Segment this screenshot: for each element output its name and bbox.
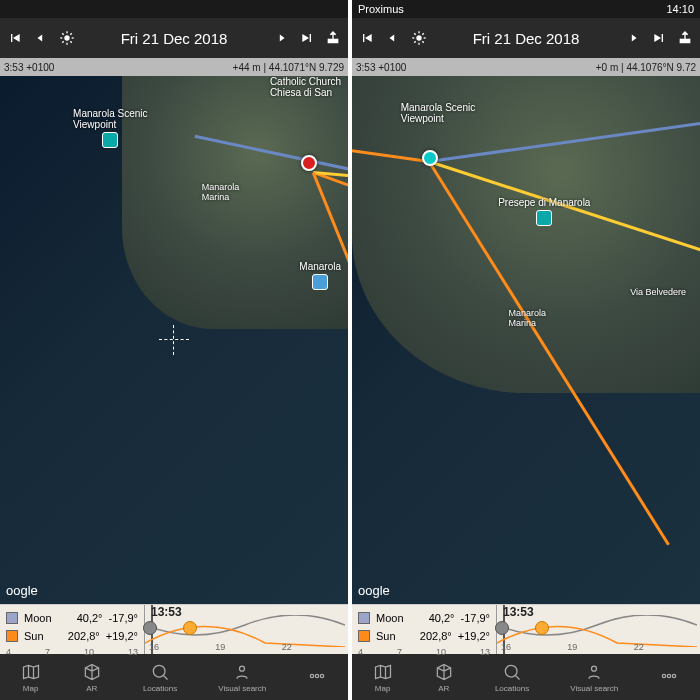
legend: Moon 40,2° -17,9° Sun 202,8° +19,2° 4710… <box>352 605 497 654</box>
svg-line-25 <box>515 675 519 679</box>
timeline[interactable]: 13:53 161922 <box>145 605 348 654</box>
map-pin-red[interactable] <box>301 155 317 171</box>
svg-point-13 <box>316 674 319 677</box>
time-tz: 3:53 +0100 <box>356 62 406 73</box>
carrier-label: Proximus <box>358 3 404 15</box>
map-view[interactable]: Manarola Scenic Viewpoint Presepe di Man… <box>352 76 700 604</box>
poi-church[interactable]: Catholic Church Chiesa di San <box>270 76 341 98</box>
bottom-nav: Map AR Locations Visual search <box>352 654 700 700</box>
poi-marina[interactable]: Manarola Marina <box>202 182 240 202</box>
time-tz: 3:53 +0100 <box>4 62 54 73</box>
sun-icon <box>410 29 428 47</box>
ephemeris-panel: Moon 40,2° -17,9° Sun 202,8° +19,2° 4710… <box>0 604 348 654</box>
svg-line-6 <box>70 41 71 42</box>
nav-map[interactable]: Map <box>373 662 393 693</box>
svg-line-21 <box>422 41 423 42</box>
nav-more[interactable] <box>659 666 679 688</box>
svg-point-24 <box>505 665 517 677</box>
nav-ar[interactable]: AR <box>82 662 102 693</box>
legend-moon: Moon 40,2° -17,9° <box>6 609 138 627</box>
svg-line-7 <box>62 41 63 42</box>
svg-point-0 <box>64 35 69 40</box>
skip-next-button[interactable] <box>298 29 316 47</box>
sun-dot-icon <box>535 621 549 635</box>
svg-line-20 <box>414 33 415 34</box>
google-logo: oogle <box>358 583 390 598</box>
svg-point-12 <box>311 674 314 677</box>
svg-line-22 <box>414 41 415 42</box>
status-bar: Proximus 14:10 <box>352 0 700 18</box>
poi-presepe[interactable]: Presepe di Manarola <box>498 197 590 226</box>
legend-moon: Moon 40,2° -17,9° <box>358 609 490 627</box>
prev-button[interactable] <box>32 29 50 47</box>
legend-sun: Sun 202,8° +19,2° <box>358 627 490 645</box>
sun-dot-icon <box>183 621 197 635</box>
svg-line-5 <box>62 33 63 34</box>
nav-map[interactable]: Map <box>21 662 41 693</box>
moon-dot-icon <box>495 621 509 635</box>
skip-next-button[interactable] <box>650 29 668 47</box>
nav-locations[interactable]: Locations <box>495 662 529 693</box>
timeline[interactable]: 13:53 161922 <box>497 605 700 654</box>
svg-line-10 <box>163 675 167 679</box>
poi-viewpoint[interactable]: Manarola Scenic Viewpoint <box>401 102 475 124</box>
timeline-axis: 161922 <box>497 642 700 652</box>
share-icon[interactable] <box>676 29 694 47</box>
next-button[interactable] <box>624 29 642 47</box>
svg-point-14 <box>321 674 324 677</box>
skip-prev-button[interactable] <box>6 29 24 47</box>
date-label[interactable]: Fri 21 Dec 2018 <box>436 30 616 47</box>
nav-visual-search[interactable]: Visual search <box>570 662 618 693</box>
svg-point-27 <box>663 674 666 677</box>
poi-marina[interactable]: Manarola Marina <box>509 308 547 328</box>
status-bar <box>0 0 348 18</box>
map-view[interactable]: Manarola Scenic Viewpoint Catholic Churc… <box>0 76 348 604</box>
right-screenshot: Proximus 14:10 Fri 21 Dec 2018 3:53 +010… <box>352 0 700 700</box>
coord-bar: 3:53 +0100 +44 m | 44.1071°N 9.729 <box>0 58 348 76</box>
left-screenshot: Fri 21 Dec 2018 3:53 +0100 +44 m | 44.10… <box>0 0 348 700</box>
poi-viewpoint[interactable]: Manarola Scenic Viewpoint <box>73 108 147 148</box>
svg-line-8 <box>70 33 71 34</box>
coord-bar: 3:53 +0100 +0 m | 44.1076°N 9.72 <box>352 58 700 76</box>
bottom-nav: Map AR Locations Visual search <box>0 654 348 700</box>
clock-label: 14:10 <box>666 3 694 15</box>
svg-point-28 <box>668 674 671 677</box>
coords: +0 m | 44.1076°N 9.72 <box>596 62 696 73</box>
timeline-axis: 161922 <box>145 642 348 652</box>
nav-ar[interactable]: AR <box>434 662 454 693</box>
svg-line-23 <box>422 33 423 34</box>
prev-button[interactable] <box>384 29 402 47</box>
nav-visual-search[interactable]: Visual search <box>218 662 266 693</box>
ephemeris-panel: Moon 40,2° -17,9° Sun 202,8° +19,2° 4710… <box>352 604 700 654</box>
nav-more[interactable] <box>307 666 327 688</box>
legend-sun: Sun 202,8° +19,2° <box>6 627 138 645</box>
next-button[interactable] <box>272 29 290 47</box>
google-logo: oogle <box>6 583 38 598</box>
poi-station[interactable]: Manarola <box>299 261 341 290</box>
skip-prev-button[interactable] <box>358 29 376 47</box>
date-label[interactable]: Fri 21 Dec 2018 <box>84 30 264 47</box>
date-nav-bar: Fri 21 Dec 2018 <box>0 18 348 58</box>
svg-point-29 <box>673 674 676 677</box>
share-icon[interactable] <box>324 29 342 47</box>
crosshair-icon <box>159 325 189 355</box>
coords: +44 m | 44.1071°N 9.729 <box>233 62 344 73</box>
svg-point-26 <box>592 666 597 671</box>
map-pin-teal[interactable] <box>422 150 438 166</box>
nav-locations[interactable]: Locations <box>143 662 177 693</box>
moon-dot-icon <box>143 621 157 635</box>
date-nav-bar: Fri 21 Dec 2018 <box>352 18 700 58</box>
poi-via[interactable]: Via Belvedere <box>630 287 686 297</box>
svg-point-15 <box>416 35 421 40</box>
svg-point-9 <box>153 665 165 677</box>
svg-point-11 <box>240 666 245 671</box>
sun-icon <box>58 29 76 47</box>
legend: Moon 40,2° -17,9° Sun 202,8° +19,2° 4710… <box>0 605 145 654</box>
